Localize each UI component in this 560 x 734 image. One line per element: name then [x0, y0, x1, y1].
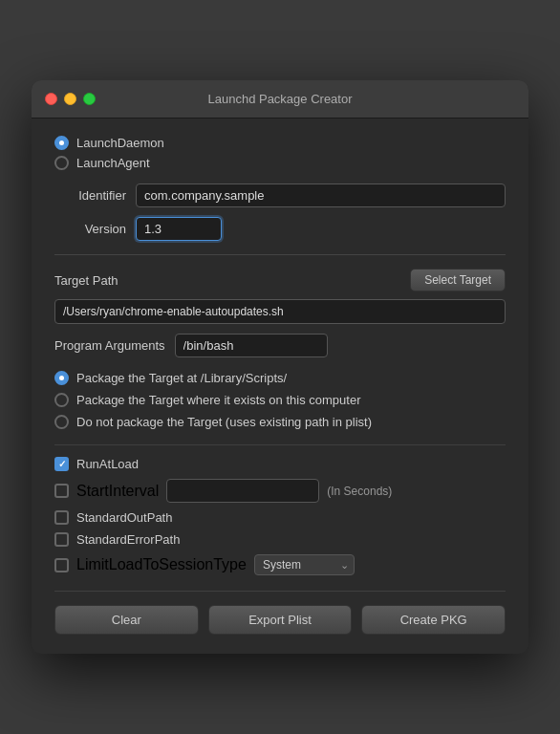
target-path-header: Target Path Select Target — [54, 269, 506, 291]
launch-daemon-option[interactable]: LaunchDaemon — [54, 136, 506, 150]
package-radio-3[interactable] — [54, 415, 69, 429]
traffic-lights — [45, 93, 96, 105]
stdout-path-checkbox[interactable] — [54, 510, 69, 525]
app-window: Launchd Package Creator LaunchDaemon Lau… — [32, 80, 528, 654]
package-option-1-label: Package the Target at /Library/Scripts/ — [76, 371, 287, 385]
stderr-path-row[interactable]: StandardErrorPath — [54, 532, 506, 547]
identifier-input[interactable] — [136, 184, 506, 207]
identifier-section: Identifier Version — [54, 184, 506, 241]
footer-buttons: Clear Export Plist Create PKG — [54, 591, 506, 635]
launch-agent-radio[interactable] — [54, 156, 69, 170]
run-at-load-label: RunAtLoad — [76, 457, 139, 471]
divider-1 — [54, 254, 506, 255]
select-target-button[interactable]: Select Target — [410, 269, 506, 291]
clear-button[interactable]: Clear — [54, 605, 199, 635]
program-arguments-row: Program Arguments — [54, 334, 506, 357]
target-path-label: Target Path — [54, 273, 118, 288]
identifier-label: Identifier — [54, 188, 126, 203]
titlebar: Launchd Package Creator — [32, 80, 528, 119]
package-option-2[interactable]: Package the Target where it exists on th… — [54, 393, 506, 407]
package-option-3-label: Do not package the Target (uses existing… — [76, 415, 372, 429]
stdout-path-row[interactable]: StandardOutPath — [54, 510, 506, 525]
launch-agent-label: LaunchAgent — [76, 156, 150, 170]
limit-load-checkbox[interactable] — [54, 558, 69, 572]
limit-load-select-wrapper: System Aqua LoginWindow Background Stand… — [254, 554, 355, 575]
limit-load-row: LimitLoadToSessionType System Aqua Login… — [54, 554, 506, 575]
package-radio-2[interactable] — [54, 393, 69, 407]
version-input[interactable] — [136, 217, 222, 241]
package-option-1[interactable]: Package the Target at /Library/Scripts/ — [54, 371, 506, 385]
minimize-button[interactable] — [64, 93, 76, 105]
start-interval-checkbox[interactable] — [54, 484, 69, 498]
launch-daemon-radio[interactable] — [54, 136, 69, 150]
version-label: Version — [54, 222, 126, 236]
limit-load-label: LimitLoadToSessionType — [76, 556, 247, 573]
run-at-load-checkbox[interactable] — [54, 457, 69, 471]
maximize-button[interactable] — [83, 93, 96, 105]
main-content: LaunchDaemon LaunchAgent Identifier Vers… — [32, 119, 528, 654]
options-section: RunAtLoad StartInterval (In Seconds) Sta… — [54, 457, 506, 575]
start-interval-label: StartInterval — [76, 483, 159, 500]
close-button[interactable] — [45, 93, 57, 105]
target-path-display: /Users/ryan/chrome-enable-autoupdates.sh — [54, 299, 506, 324]
start-interval-row: StartInterval (In Seconds) — [54, 479, 506, 503]
window-title: Launchd Package Creator — [207, 92, 352, 106]
program-arguments-input[interactable] — [175, 334, 328, 357]
in-seconds-label: (In Seconds) — [327, 485, 392, 498]
stderr-path-checkbox[interactable] — [54, 532, 69, 547]
create-pkg-button[interactable]: Create PKG — [361, 605, 506, 635]
limit-load-select[interactable]: System Aqua LoginWindow Background Stand… — [254, 554, 355, 575]
divider-2 — [54, 444, 506, 445]
launch-type-group: LaunchDaemon LaunchAgent — [54, 136, 506, 170]
launch-daemon-label: LaunchDaemon — [76, 136, 164, 150]
package-options-group: Package the Target at /Library/Scripts/ … — [54, 371, 506, 429]
package-option-2-label: Package the Target where it exists on th… — [76, 393, 360, 407]
package-option-3[interactable]: Do not package the Target (uses existing… — [54, 415, 506, 429]
export-plist-button[interactable]: Export Plist — [208, 605, 353, 635]
program-arguments-label: Program Arguments — [54, 338, 165, 353]
run-at-load-row[interactable]: RunAtLoad — [54, 457, 506, 471]
version-row: Version — [54, 217, 506, 241]
start-interval-input[interactable] — [166, 479, 319, 503]
launch-agent-option[interactable]: LaunchAgent — [54, 156, 506, 170]
identifier-row: Identifier — [54, 184, 506, 207]
stderr-path-label: StandardErrorPath — [76, 532, 180, 547]
stdout-path-label: StandardOutPath — [76, 510, 172, 525]
package-radio-1[interactable] — [54, 371, 69, 385]
